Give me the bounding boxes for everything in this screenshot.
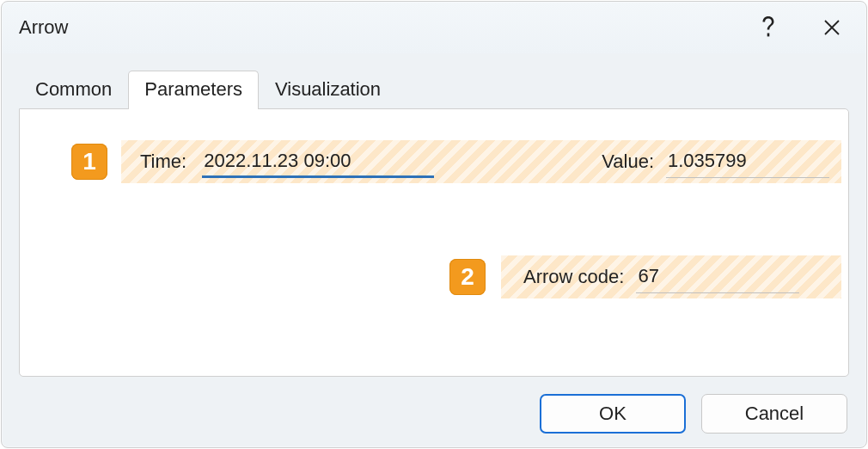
svg-rect-0 <box>767 34 770 37</box>
dialog-footer: OK Cancel <box>2 380 866 447</box>
title-bar: Arrow <box>2 2 866 53</box>
arrow-code-field[interactable] <box>636 261 799 293</box>
tab-visualization[interactable]: Visualization <box>259 71 397 109</box>
annotation-badge-1: 1 <box>71 144 107 180</box>
tab-strip: Common Parameters Visualization <box>19 72 397 108</box>
arrow-code-label: Arrow code: <box>523 266 624 288</box>
tab-parameters[interactable]: Parameters <box>128 71 259 109</box>
annotation-badge-2: 2 <box>449 259 486 295</box>
close-icon <box>822 18 841 37</box>
question-icon <box>761 16 776 39</box>
dialog-title: Arrow <box>19 16 724 39</box>
value-field[interactable] <box>666 146 829 178</box>
tab-common[interactable]: Common <box>19 71 128 109</box>
ok-button[interactable]: OK <box>540 394 686 434</box>
arrow-dialog: Arrow Common Parameters Visualization 1 … <box>1 1 867 448</box>
time-label: Time: <box>140 151 186 173</box>
anchor-point-row: Time: Value: <box>121 140 841 183</box>
cancel-button[interactable]: Cancel <box>701 394 847 434</box>
close-button[interactable] <box>813 10 851 45</box>
tab-page-parameters: 1 Time: Value: 2 Arrow code: <box>19 108 849 377</box>
time-field[interactable] <box>202 146 434 178</box>
arrow-code-row: Arrow code: <box>501 255 841 298</box>
help-button[interactable] <box>749 10 787 45</box>
value-label: Value: <box>602 151 654 173</box>
